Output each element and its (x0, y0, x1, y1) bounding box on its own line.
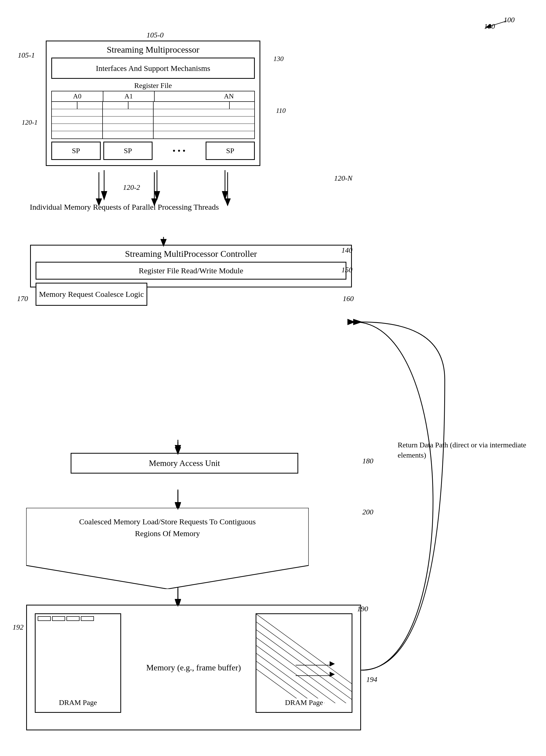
ref-190: 190 (357, 605, 368, 613)
ref-100-arrow (467, 16, 520, 31)
ref-194: 194 (366, 675, 377, 684)
memory-box: Memory (e.g., frame buffer) DRAM Page (26, 605, 361, 730)
svg-line-17 (257, 661, 352, 703)
ref-120-1: 120-1 (22, 119, 38, 126)
return-data-path-caption: Return Data Path (direct or via intermed… (398, 440, 528, 460)
svg-line-10 (486, 21, 507, 27)
interfaces-box: Interfaces And Support Mechanisms (51, 58, 255, 79)
rfr-box: Register File Read/Write Module (36, 262, 346, 280)
mau-box: Memory Access Unit (71, 453, 298, 474)
ref-120-2: 120-2 (123, 183, 140, 192)
ref-192: 192 (13, 623, 24, 631)
ref-160: 160 (343, 294, 354, 303)
coalesced-caption: Coalesced Memory Load/Store Requests To … (76, 516, 259, 539)
dram-page-1-label: DRAM Page (59, 698, 97, 707)
sp-dots: • • • (155, 146, 203, 156)
svg-line-12 (257, 622, 352, 693)
rfr-container: Register File Read/Write Module (36, 262, 346, 280)
ref-200: 200 (362, 508, 373, 516)
interfaces-title: Interfaces And Support Mechanisms (55, 62, 252, 75)
dram-tabs (36, 614, 120, 621)
svg-line-16 (257, 653, 352, 703)
svg-line-18 (257, 669, 352, 703)
dram-page-2-label: DRAM Page (283, 698, 324, 707)
sp2-box: SP (103, 142, 153, 160)
dram-tab-1 (38, 616, 51, 621)
ref-150: 150 (341, 266, 352, 274)
svg-line-19 (257, 614, 352, 685)
ref-180: 180 (362, 457, 373, 465)
svg-line-15 (257, 646, 352, 703)
dram-page-2-lines (257, 614, 352, 703)
svg-marker-20 (330, 661, 335, 666)
ref-110: 110 (276, 107, 286, 115)
dram-page-2-box: DRAM Page (256, 613, 352, 713)
dram-tab-2 (52, 616, 65, 621)
spn-box: SP (206, 142, 255, 160)
sm-title: Streaming Multiprocessor (47, 41, 260, 58)
ref-170: 170 (17, 294, 28, 303)
svg-marker-22 (330, 672, 335, 677)
col-an: AN (204, 91, 255, 101)
mau-title: Memory Access Unit (74, 458, 295, 468)
col-a1: A1 (103, 91, 155, 101)
sp-row: SP SP • • • SP (51, 142, 255, 160)
register-file-grid: A0 A1 AN (51, 91, 255, 139)
streaming-multiprocessor-box: Streaming Multiprocessor Interfaces And … (46, 41, 260, 166)
mrcl-box: Memory Request Coalesce Logic (36, 283, 147, 306)
ref-130: 130 (273, 55, 283, 63)
sp1-box: SP (51, 142, 101, 160)
dram-page-1-box: DRAM Page (35, 613, 121, 713)
svg-line-14 (257, 638, 352, 703)
smc-box: Streaming MultiProcessor Controller Regi… (30, 245, 352, 287)
smc-title: Streaming MultiProcessor Controller (31, 246, 351, 262)
ref-105-1: 105-1 (18, 51, 35, 59)
dram-tab-3 (66, 616, 80, 621)
diagram-container: 100 100 105-0 105-1 Streaming Multiproce… (0, 0, 546, 756)
col-spacer (155, 91, 204, 101)
ref-105-0: 105-0 (147, 31, 164, 39)
dram-tab-4 (81, 616, 94, 621)
coalesced-shape: Coalesced Memory Load/Store Requests To … (26, 508, 309, 590)
col-a0: A0 (52, 91, 103, 101)
memory-title: Memory (e.g., frame buffer) (146, 663, 241, 672)
register-file-label: Register File (47, 81, 260, 90)
ref-120-n: 120-N (334, 174, 352, 182)
ref-140: 140 (341, 246, 352, 254)
rfr-title: Register File Read/Write Module (39, 266, 343, 275)
individual-memory-caption: Individual Memory Requests of Parallel P… (26, 202, 223, 213)
